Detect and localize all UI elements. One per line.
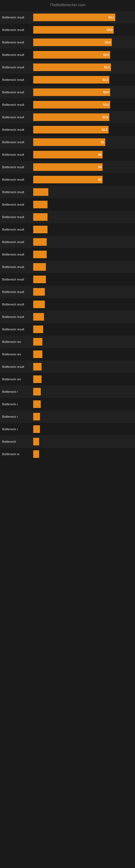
bar-fill (33, 363, 42, 371)
site-title: TheBottlenecker.com (50, 3, 85, 7)
list-item: Bottleneck r (0, 398, 135, 410)
list-item: Bottleneck result52.3 (0, 123, 135, 136)
list-item: Bottleneck result53.1 (0, 61, 135, 73)
list-item: Bottleneck result50 (0, 173, 135, 186)
bar-fill: 52.9 (33, 88, 110, 96)
bar-fill (33, 350, 42, 358)
bar-value: 50 (98, 153, 101, 156)
bar-label: Bottleneck result (2, 228, 33, 231)
list-item: Bottleneck result (0, 248, 135, 261)
list-item: Bottleneck result (0, 198, 135, 211)
list-item: Bottleneck result (0, 323, 135, 336)
list-item: Bottleneck result52.9 (0, 49, 135, 61)
bar-fill (33, 375, 42, 383)
list-item: Bottleneck result53.8 (0, 24, 135, 36)
list-item: Bottleneck result (0, 223, 135, 236)
bar-value: 52.9 (103, 91, 109, 94)
bar-chart: Bottleneck result54.1Bottleneck result53… (0, 11, 135, 460)
bar-label: Bottleneck result (2, 365, 33, 368)
bar-label: Bottleneck result (2, 253, 33, 256)
list-item: Bottleneck re (0, 448, 135, 460)
bar-fill: 50 (33, 176, 103, 183)
bar-fill: 52.9 (33, 51, 110, 59)
bar-fill (33, 301, 45, 308)
bar-label: Bottleneck result (2, 116, 33, 119)
list-item: Bottleneck result (0, 186, 135, 198)
bar-label: Bottleneck result (2, 328, 33, 331)
list-item: Bottleneck result52.5 (0, 111, 135, 123)
list-item: Bottleneck res (0, 336, 135, 348)
bar-label: Bottleneck r (2, 428, 33, 431)
bar-fill (33, 313, 44, 321)
bar-fill (33, 338, 42, 346)
bar-fill (33, 188, 48, 196)
bar-label: Bottleneck r (2, 415, 33, 418)
bar-fill (33, 213, 48, 221)
bar-value: 53.3 (105, 41, 111, 44)
list-item: Bottleneck result (0, 211, 135, 223)
bar-label: Bottleneck result (2, 315, 33, 318)
list-item: Bottleneck result (0, 273, 135, 286)
bar-value: 53.1 (104, 66, 110, 69)
bar-label: Bottleneck result (2, 103, 33, 106)
bar-label: Bottleneck (2, 440, 33, 443)
list-item: Bottleneck r (0, 423, 135, 435)
bar-label: Bottleneck result (2, 41, 33, 44)
bar-label: Bottleneck result (2, 91, 33, 94)
bar-fill (33, 413, 40, 421)
bar-fill: 54.1 (33, 13, 115, 21)
bar-label: Bottleneck result (2, 203, 33, 206)
bar-fill (33, 388, 41, 396)
list-item: Bottleneck res (0, 348, 135, 361)
list-item: Bottleneck r (0, 410, 135, 423)
bar-fill (33, 438, 39, 445)
bar-label: Bottleneck result (2, 278, 33, 281)
bar-label: Bottleneck result (2, 66, 33, 69)
bar-label: Bottleneck result (2, 240, 33, 244)
bar-fill (33, 450, 39, 458)
bar-fill (33, 326, 43, 333)
list-item: Bottleneck result (0, 286, 135, 298)
bar-label: Bottleneck result (2, 265, 33, 269)
bar-value: 50 (98, 178, 101, 181)
bar-fill: 52.5 (33, 113, 109, 121)
list-item: Bottleneck result53.3 (0, 36, 135, 49)
list-item: Bottleneck result (0, 361, 135, 373)
header: TheBottlenecker.com (0, 0, 135, 11)
bar-fill: 52.9 (33, 101, 110, 108)
list-item: Bottleneck (0, 435, 135, 448)
list-item: Bottleneck result54.1 (0, 11, 135, 24)
list-item: Bottleneck result (0, 311, 135, 323)
bar-value: 52.9 (103, 53, 109, 56)
bar-label: Bottleneck res (2, 340, 33, 343)
bar-fill: 52.4 (33, 76, 109, 84)
bar-fill: 51 (33, 138, 105, 146)
bar-label: Bottleneck result (2, 128, 33, 131)
bar-label: Bottleneck result (2, 215, 33, 219)
bar-value: 52.9 (103, 103, 109, 106)
bar-label: Bottleneck result (2, 290, 33, 293)
bar-label: Bottleneck result (2, 303, 33, 306)
bar-label: Bottleneck result (2, 53, 33, 56)
bar-fill (33, 251, 47, 258)
bar-value: 54.1 (108, 16, 114, 19)
list-item: Bottleneck result50 (0, 148, 135, 161)
bar-label: Bottleneck result (2, 165, 33, 169)
bar-fill (33, 201, 48, 208)
list-item: Bottleneck r (0, 385, 135, 398)
bar-label: Bottleneck result (2, 190, 33, 194)
bar-label: Bottleneck result (2, 28, 33, 31)
bar-label: Bottleneck result (2, 178, 33, 181)
bar-value: 52.4 (103, 78, 108, 82)
bar-label: Bottleneck result (2, 16, 33, 19)
bar-label: Bottleneck res (2, 378, 33, 381)
bar-fill: 50 (33, 151, 103, 158)
list-item: Bottleneck result52.9 (0, 98, 135, 111)
list-item: Bottleneck result (0, 236, 135, 248)
list-item: Bottleneck result (0, 298, 135, 311)
bar-fill (33, 425, 40, 433)
bar-fill (33, 226, 48, 233)
bar-fill: 53.1 (33, 63, 111, 71)
bar-fill: 52.3 (33, 126, 108, 133)
bar-value: 50 (98, 165, 101, 169)
